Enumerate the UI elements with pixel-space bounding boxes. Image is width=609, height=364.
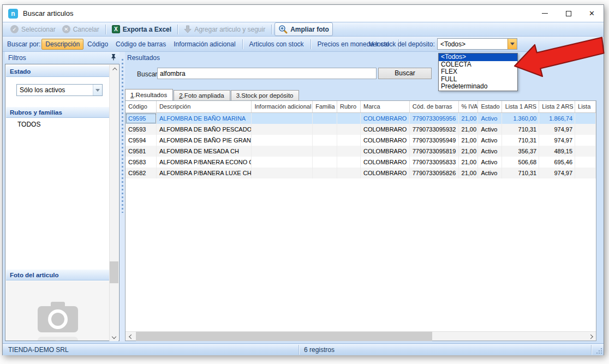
table-cell[interactable]: COLOMBRARO: [361, 168, 410, 178]
table-row[interactable]: C9582ALFOMBRA P/BANERA LUXE CHCOLOMBRARO…: [126, 168, 596, 178]
table-cell[interactable]: 695,46: [539, 157, 575, 168]
cancelar-button[interactable]: ✕ Cancelar: [59, 23, 103, 35]
tree-item[interactable]: TODOS: [17, 121, 40, 128]
table-cell[interactable]: 356,37: [502, 146, 539, 157]
scrollbar-thumb[interactable]: [136, 332, 432, 341]
table-cell[interactable]: 7790733095819: [410, 146, 459, 157]
dropdown-option[interactable]: Predeterminado: [439, 83, 517, 91]
table-cell[interactable]: ALFOMBRA DE BAÑO PIE GRANDE: [157, 135, 252, 146]
table-cell[interactable]: 710,31: [502, 124, 539, 135]
table-cell[interactable]: [337, 157, 361, 168]
table-cell[interactable]: [252, 168, 313, 178]
search-button[interactable]: Buscar: [378, 68, 432, 79]
close-button[interactable]: ✕: [580, 5, 604, 22]
table-cell[interactable]: C9594: [126, 135, 157, 146]
dropdown-option[interactable]: <Todos>: [439, 53, 517, 61]
table-cell[interactable]: C9593: [126, 124, 157, 135]
table-cell[interactable]: 21,00: [459, 146, 479, 157]
table-cell[interactable]: [575, 157, 596, 168]
table-cell[interactable]: [575, 135, 596, 146]
export-excel-button[interactable]: X Exporta a Excel: [109, 23, 175, 35]
sidebar-splitter[interactable]: [120, 52, 125, 342]
table-cell[interactable]: 7790733095826: [410, 168, 459, 178]
table-cell[interactable]: COLOMBRARO: [361, 124, 410, 135]
search-by-option[interactable]: Código: [83, 39, 112, 50]
table-cell[interactable]: 1.866,74: [539, 113, 575, 124]
table-cell[interactable]: 21,00: [459, 113, 479, 124]
table-cell[interactable]: [252, 146, 313, 157]
column-header[interactable]: % IVA: [459, 101, 479, 112]
table-cell[interactable]: [575, 168, 596, 178]
table-cell[interactable]: ALFOMBRA DE MESADA CH: [157, 146, 252, 157]
table-cell[interactable]: 7790733095949: [410, 135, 459, 146]
scroll-down-arrow-icon[interactable]: [110, 332, 118, 341]
scroll-up-arrow-icon[interactable]: [110, 65, 118, 74]
table-cell[interactable]: [313, 124, 337, 135]
add-article-button[interactable]: Agregar articulo y seguir: [181, 23, 268, 35]
table-cell[interactable]: 974,97: [539, 135, 575, 146]
tab-1-resultados[interactable]: 1.Resultados: [125, 89, 173, 100]
table-row[interactable]: C9583ALFOMBRA P/BANERA ECONO CHCOLOMBRAR…: [126, 157, 596, 168]
table-row[interactable]: C9595ALFOMBRA DE BAÑO MARINACOLOMBRARO77…: [126, 113, 596, 124]
table-cell[interactable]: C9595: [126, 113, 157, 124]
column-header[interactable]: Lista 1 ARS: [502, 101, 539, 112]
dropdown-option[interactable]: FLEX: [439, 68, 517, 76]
table-cell[interactable]: [313, 168, 337, 178]
table-cell[interactable]: [575, 113, 596, 124]
table-cell[interactable]: [337, 113, 361, 124]
pin-icon[interactable]: [111, 53, 116, 63]
table-row[interactable]: C9581ALFOMBRA DE MESADA CHCOLOMBRARO7790…: [126, 146, 596, 157]
column-header[interactable]: Descripción: [157, 101, 252, 112]
table-cell[interactable]: C9583: [126, 157, 157, 168]
scrollbar-thumb[interactable]: [110, 261, 118, 283]
table-cell[interactable]: ALFOMBRA P/BANERA LUXE CH: [157, 168, 252, 178]
sidebar-vertical-scrollbar[interactable]: [109, 65, 118, 341]
column-header[interactable]: Lista: [575, 101, 596, 112]
table-cell[interactable]: COLOMBRARO: [361, 113, 410, 124]
search-by-option[interactable]: Código de barras: [112, 39, 170, 50]
table-cell[interactable]: [575, 124, 596, 135]
table-cell[interactable]: [313, 113, 337, 124]
table-cell[interactable]: C9582: [126, 168, 157, 178]
search-input[interactable]: [157, 68, 377, 79]
warehouse-combo-dropdown-button[interactable]: [507, 39, 517, 49]
table-cell[interactable]: 7790733095833: [410, 157, 459, 168]
table-cell[interactable]: Activo: [478, 146, 502, 157]
table-cell[interactable]: 489,15: [539, 146, 575, 157]
table-cell[interactable]: [337, 124, 361, 135]
table-cell[interactable]: 506,68: [502, 157, 539, 168]
table-cell[interactable]: Activo: [478, 113, 502, 124]
enlarge-photo-button[interactable]: Ampliar foto: [274, 22, 333, 36]
column-header[interactable]: Estado: [478, 101, 502, 112]
table-row[interactable]: C9594ALFOMBRA DE BAÑO PIE GRANDECOLOMBRA…: [126, 135, 596, 146]
table-cell[interactable]: Activo: [478, 124, 502, 135]
column-header[interactable]: Rubro: [337, 101, 361, 112]
column-header[interactable]: Cód. de barras: [410, 101, 459, 112]
table-cell[interactable]: [337, 168, 361, 178]
maximize-button[interactable]: [557, 5, 580, 22]
table-cell[interactable]: [313, 135, 337, 146]
table-cell[interactable]: 710,31: [502, 168, 539, 178]
table-cell[interactable]: COLOMBRARO: [361, 135, 410, 146]
resize-grip[interactable]: [596, 348, 602, 354]
table-cell[interactable]: 7790733095956: [410, 113, 459, 124]
table-cell[interactable]: Activo: [478, 168, 502, 178]
table-cell[interactable]: 974,97: [539, 124, 575, 135]
table-cell[interactable]: COLOMBRARO: [361, 146, 410, 157]
scroll-left-arrow-icon[interactable]: [126, 332, 135, 341]
table-cell[interactable]: 21,00: [459, 157, 479, 168]
table-cell[interactable]: [252, 124, 313, 135]
table-cell[interactable]: 21,00: [459, 168, 479, 178]
tab-3-stock-por-dep-sito[interactable]: 3.Stock por depósito: [231, 90, 300, 100]
table-cell[interactable]: [252, 157, 313, 168]
column-header[interactable]: Lista 2 ARS: [539, 101, 575, 112]
table-cell[interactable]: C9581: [126, 146, 157, 157]
table-cell[interactable]: ALFOMBRA P/BANERA ECONO CH: [157, 157, 252, 168]
articles-with-stock-toggle[interactable]: Articulos con stock: [246, 39, 308, 50]
column-header[interactable]: Código: [126, 101, 157, 112]
search-by-option[interactable]: Descripción: [41, 39, 83, 50]
table-cell[interactable]: [313, 146, 337, 157]
tab-2-foto-ampliada[interactable]: 2.Foto ampliada: [174, 90, 230, 100]
table-cell[interactable]: Activo: [478, 157, 502, 168]
table-cell[interactable]: 21,00: [459, 135, 479, 146]
